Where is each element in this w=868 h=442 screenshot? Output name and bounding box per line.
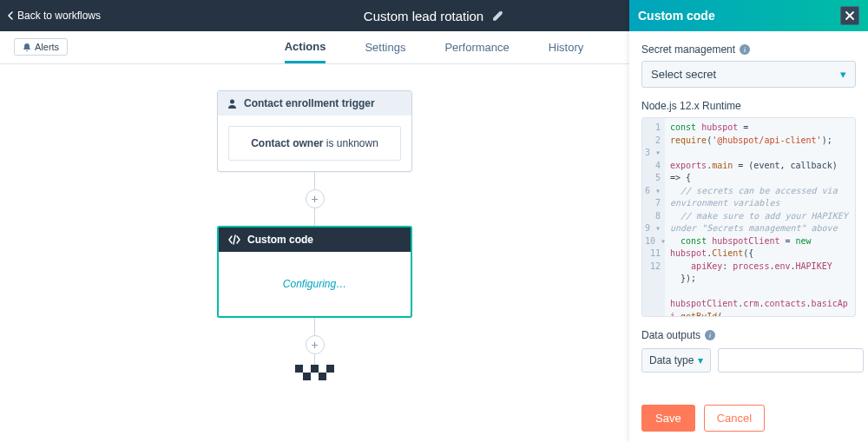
connector-line: [314, 172, 315, 189]
workflow-canvas[interactable]: Contact enrollment trigger Contact owner…: [0, 64, 629, 442]
code-gutter: 1 2 3 ▾ 4 5 6 ▾ 7 8 9 ▾ 10 ▾ 11 12: [642, 118, 665, 316]
outputs-row: Data type ▾: [641, 348, 856, 373]
svg-point-0: [230, 99, 234, 103]
tab-history[interactable]: History: [549, 33, 583, 62]
alerts-label: Alerts: [35, 42, 59, 52]
panel-footer: Save Cancel: [629, 394, 868, 442]
secret-label-text: Secret management: [641, 43, 735, 56]
secret-select-value: Select secret: [651, 68, 716, 81]
data-type-select[interactable]: Data type ▾: [641, 348, 711, 373]
panel-header: Custom code: [629, 0, 868, 31]
outputs-section-label: Data outputs i: [641, 329, 856, 341]
workflow-title: Custom lead rotation: [364, 9, 483, 23]
pencil-icon: [492, 10, 504, 22]
runtime-label: Node.js 12.x Runtime: [641, 100, 856, 112]
alerts-button[interactable]: Alerts: [14, 38, 68, 56]
connector-line: [314, 208, 315, 226]
workflow-flow: Contact enrollment trigger Contact owner…: [194, 90, 437, 380]
custom-code-card-title: Custom code: [247, 234, 313, 246]
outputs-label-text: Data outputs: [641, 329, 700, 341]
trigger-card-body: Contact owner is unknown: [218, 115, 411, 171]
back-link-label: Back to workflows: [17, 10, 101, 22]
workflow-title-container: Custom lead rotation: [364, 9, 504, 23]
output-name-input[interactable]: [718, 348, 864, 373]
edit-title-button[interactable]: [492, 10, 504, 22]
code-content[interactable]: const hubspot = require('@hubspot/api-cl…: [665, 118, 855, 316]
custom-code-panel: Custom code Secret management i Select s…: [629, 0, 868, 442]
bell-icon: [23, 43, 31, 52]
tab-performance[interactable]: Performance: [444, 33, 509, 62]
back-to-workflows-link[interactable]: Back to workflows: [7, 10, 101, 22]
chevron-left-icon: [7, 11, 14, 20]
close-icon: [845, 10, 855, 21]
trigger-card-title: Contact enrollment trigger: [244, 97, 375, 109]
close-panel-button[interactable]: [840, 6, 859, 25]
code-icon: [227, 234, 241, 245]
trigger-card-header: Contact enrollment trigger: [218, 91, 411, 115]
trigger-condition-field: Contact owner: [251, 137, 323, 149]
panel-body: Secret management i Select secret ▾ Node…: [629, 31, 868, 394]
chevron-down-icon: ▾: [698, 354, 703, 366]
tab-settings[interactable]: Settings: [365, 33, 405, 62]
secret-section-label: Secret management i: [641, 43, 856, 56]
connector-line: [314, 318, 315, 335]
info-icon[interactable]: i: [705, 330, 715, 340]
chevron-down-icon: ▾: [840, 68, 846, 81]
custom-code-card-status: Configuring…: [219, 252, 411, 316]
custom-code-card[interactable]: Custom code Configuring…: [217, 226, 412, 318]
workflow-end-icon: [295, 365, 334, 380]
add-step-button[interactable]: +: [306, 335, 325, 354]
tab-actions[interactable]: Actions: [285, 32, 326, 63]
save-button[interactable]: Save: [641, 405, 695, 432]
trigger-condition-rest: is unknown: [323, 137, 378, 149]
info-icon[interactable]: i: [740, 44, 750, 55]
connector-line: [314, 354, 315, 365]
panel-title: Custom code: [638, 9, 715, 23]
data-type-label: Data type: [649, 354, 694, 366]
add-step-button[interactable]: +: [306, 189, 325, 208]
code-editor[interactable]: 1 2 3 ▾ 4 5 6 ▾ 7 8 9 ▾ 10 ▾ 11 12 const…: [641, 117, 856, 317]
cancel-button[interactable]: Cancel: [704, 405, 765, 432]
custom-code-card-header: Custom code: [219, 228, 411, 252]
contact-icon: [227, 98, 238, 109]
secret-select[interactable]: Select secret ▾: [641, 61, 856, 88]
trigger-card[interactable]: Contact enrollment trigger Contact owner…: [217, 90, 412, 172]
